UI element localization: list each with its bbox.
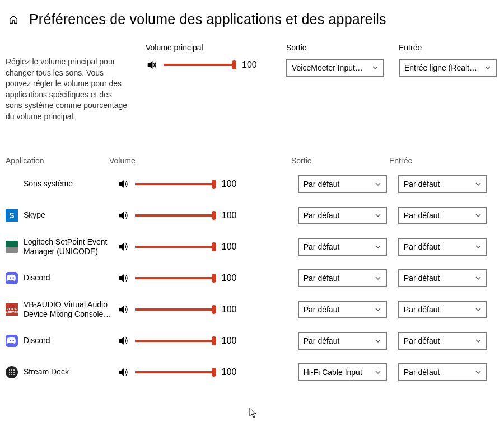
master-volume-slider[interactable] [164, 59, 236, 71]
speaker-icon [146, 59, 157, 71]
svg-point-4 [11, 372, 12, 373]
speaker-icon [118, 179, 129, 190]
chevron-down-icon [375, 337, 381, 344]
app-volume-slider[interactable] [135, 367, 216, 378]
streamdeck-icon [6, 366, 18, 378]
voicemeeter-icon: VOICEMEETER [6, 303, 18, 316]
master-output-label: Sortie [286, 43, 384, 52]
logitech-icon [6, 241, 18, 253]
discord-icon [6, 272, 18, 284]
speaker-icon [118, 367, 129, 378]
app-volume-slider[interactable] [135, 179, 216, 190]
app-volume-slider[interactable] [135, 241, 216, 252]
chevron-down-icon [372, 64, 379, 71]
chevron-down-icon [375, 212, 381, 219]
app-input-select[interactable]: Par défaut [398, 332, 487, 350]
description-text: Réglez le volume principal pour changer … [6, 43, 129, 123]
chevron-down-icon [475, 306, 482, 313]
app-input-select[interactable]: Par défaut [398, 175, 487, 193]
svg-point-0 [9, 369, 10, 371]
app-output-select[interactable]: Par défaut [298, 269, 387, 287]
app-volume-slider[interactable] [135, 273, 216, 284]
app-output-select[interactable]: Hi-Fi Cable Input [298, 363, 387, 381]
chevron-down-icon [475, 369, 482, 376]
app-input-select[interactable]: Par défaut [398, 363, 487, 381]
skype-icon: S [6, 209, 18, 222]
app-output-select[interactable]: Par défaut [298, 238, 387, 256]
master-volume-value: 100 [242, 60, 262, 70]
column-header-input: Entrée [389, 156, 487, 165]
app-mute-button[interactable] [117, 335, 129, 347]
cursor-icon [249, 407, 258, 419]
chevron-down-icon [475, 243, 482, 250]
master-mute-button[interactable] [146, 59, 158, 71]
app-mute-button[interactable] [117, 366, 129, 378]
chevron-down-icon [475, 337, 482, 344]
app-identity: Stream Deck [6, 366, 117, 378]
app-mute-button[interactable] [117, 178, 129, 190]
master-output-select[interactable]: VoiceMeeter Input… [286, 59, 384, 77]
chevron-down-icon [375, 181, 381, 187]
app-name-label: Skype [24, 210, 45, 220]
svg-point-3 [9, 372, 10, 373]
column-header-volume: Volume [109, 156, 269, 165]
app-row: VOICEMEETERVB-AUDIO Virtual Audio Device… [6, 294, 498, 325]
svg-point-2 [13, 369, 15, 371]
app-name-label: Discord [24, 273, 50, 283]
app-mute-button[interactable] [117, 241, 129, 253]
app-output-select[interactable]: Par défaut [298, 175, 387, 193]
chevron-down-icon [484, 64, 491, 71]
column-header-app: Application [6, 156, 109, 165]
app-name-label: Stream Deck [24, 367, 69, 377]
svg-point-7 [11, 374, 12, 375]
app-input-select[interactable]: Par défaut [398, 207, 487, 224]
svg-point-8 [13, 374, 15, 375]
app-name-label: Logitech SetPoint Event Manager (UNICODE… [24, 237, 116, 256]
discord-icon [6, 335, 18, 347]
chevron-down-icon [475, 212, 482, 219]
app-volume-value: 100 [222, 273, 242, 283]
master-input-select[interactable]: Entrée ligne (Realt… [399, 59, 497, 77]
speaker-icon [118, 304, 129, 315]
app-input-select[interactable]: Par défaut [398, 269, 487, 287]
master-volume-label: Volume principal [146, 43, 272, 52]
app-volume-value: 100 [222, 210, 242, 221]
app-mute-button[interactable] [117, 272, 129, 284]
app-row: Discord100Par défautPar défaut [6, 325, 498, 357]
page-title: Préférences de volume des applications e… [29, 11, 386, 27]
app-identity: Sons système [6, 179, 117, 189]
app-mute-button[interactable] [117, 209, 129, 222]
svg-point-1 [11, 369, 12, 371]
app-output-select[interactable]: Par défaut [298, 301, 387, 318]
app-name-label: VB-AUDIO Virtual Audio Device Mixing Con… [24, 300, 116, 319]
app-output-select[interactable]: Par défaut [298, 207, 387, 224]
master-input-label: Entrée [399, 43, 497, 52]
app-row: Logitech SetPoint Event Manager (UNICODE… [6, 231, 498, 262]
app-mute-button[interactable] [117, 303, 129, 316]
app-identity: Discord [6, 335, 117, 347]
home-button[interactable] [7, 13, 20, 26]
speaker-icon [118, 210, 129, 221]
chevron-down-icon [375, 275, 381, 282]
app-volume-slider[interactable] [135, 335, 216, 346]
home-icon [8, 15, 18, 25]
speaker-icon [118, 273, 129, 284]
app-name-label: Sons système [6, 179, 73, 189]
app-row: SSkype100Par défautPar défaut [6, 200, 498, 231]
app-volume-slider[interactable] [135, 210, 216, 221]
app-identity: VOICEMEETERVB-AUDIO Virtual Audio Device… [6, 300, 117, 319]
app-identity: Logitech SetPoint Event Manager (UNICODE… [6, 237, 117, 256]
app-row: Sons système100Par défautPar défaut [6, 168, 498, 200]
app-volume-value: 100 [222, 304, 242, 315]
app-output-select[interactable]: Par défaut [298, 332, 387, 350]
app-row: Discord100Par défautPar défaut [6, 262, 498, 294]
app-input-select[interactable]: Par défaut [398, 238, 487, 256]
chevron-down-icon [375, 306, 381, 313]
app-volume-slider[interactable] [135, 304, 216, 315]
app-volume-value: 100 [222, 336, 242, 346]
app-input-select[interactable]: Par défaut [398, 301, 487, 318]
chevron-down-icon [475, 181, 482, 187]
chevron-down-icon [475, 275, 482, 282]
speaker-icon [118, 241, 129, 252]
app-row: Stream Deck100Hi-Fi Cable InputPar défau… [6, 357, 498, 388]
